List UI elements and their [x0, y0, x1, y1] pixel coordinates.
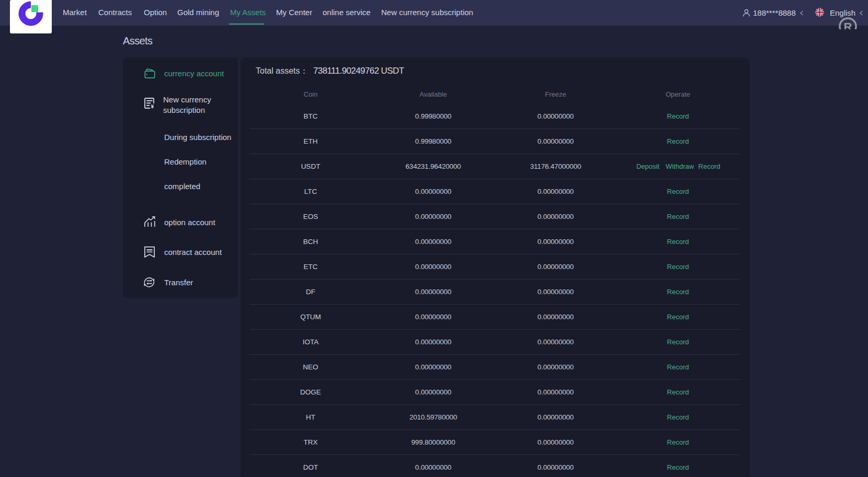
svg-text:R: R [844, 20, 852, 30]
